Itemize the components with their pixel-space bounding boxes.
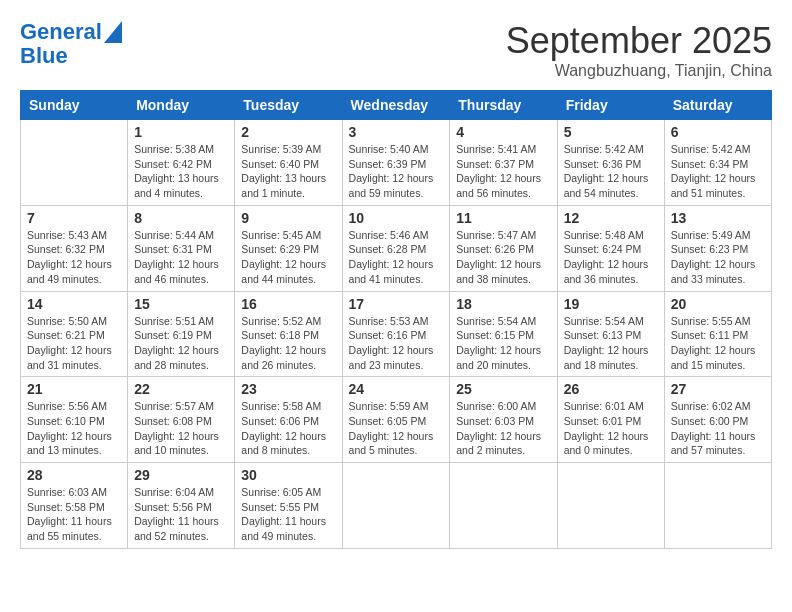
calendar-cell: 19Sunrise: 5:54 AM Sunset: 6:13 PM Dayli… (557, 291, 664, 377)
logo: General Blue (20, 20, 122, 68)
day-info: Sunrise: 6:01 AM Sunset: 6:01 PM Dayligh… (564, 399, 658, 458)
day-info: Sunrise: 5:54 AM Sunset: 6:13 PM Dayligh… (564, 314, 658, 373)
day-info: Sunrise: 5:48 AM Sunset: 6:24 PM Dayligh… (564, 228, 658, 287)
day-number: 22 (134, 381, 228, 397)
day-info: Sunrise: 5:40 AM Sunset: 6:39 PM Dayligh… (349, 142, 444, 201)
day-number: 26 (564, 381, 658, 397)
calendar-cell: 27Sunrise: 6:02 AM Sunset: 6:00 PM Dayli… (664, 377, 771, 463)
day-info: Sunrise: 5:52 AM Sunset: 6:18 PM Dayligh… (241, 314, 335, 373)
calendar-cell: 2Sunrise: 5:39 AM Sunset: 6:40 PM Daylig… (235, 120, 342, 206)
calendar-cell (557, 463, 664, 549)
day-header-friday: Friday (557, 91, 664, 120)
day-number: 13 (671, 210, 765, 226)
calendar-cell: 6Sunrise: 5:42 AM Sunset: 6:34 PM Daylig… (664, 120, 771, 206)
day-number: 3 (349, 124, 444, 140)
calendar-cell (664, 463, 771, 549)
calendar-cell: 13Sunrise: 5:49 AM Sunset: 6:23 PM Dayli… (664, 205, 771, 291)
day-info: Sunrise: 6:02 AM Sunset: 6:00 PM Dayligh… (671, 399, 765, 458)
day-number: 18 (456, 296, 550, 312)
day-info: Sunrise: 5:55 AM Sunset: 6:11 PM Dayligh… (671, 314, 765, 373)
day-number: 2 (241, 124, 335, 140)
calendar-cell: 16Sunrise: 5:52 AM Sunset: 6:18 PM Dayli… (235, 291, 342, 377)
calendar-cell: 3Sunrise: 5:40 AM Sunset: 6:39 PM Daylig… (342, 120, 450, 206)
day-number: 24 (349, 381, 444, 397)
calendar-week-row: 1Sunrise: 5:38 AM Sunset: 6:42 PM Daylig… (21, 120, 772, 206)
calendar-cell: 17Sunrise: 5:53 AM Sunset: 6:16 PM Dayli… (342, 291, 450, 377)
day-info: Sunrise: 5:56 AM Sunset: 6:10 PM Dayligh… (27, 399, 121, 458)
day-number: 28 (27, 467, 121, 483)
calendar-week-row: 14Sunrise: 5:50 AM Sunset: 6:21 PM Dayli… (21, 291, 772, 377)
calendar-table: SundayMondayTuesdayWednesdayThursdayFrid… (20, 90, 772, 549)
month-title: September 2025 (506, 20, 772, 62)
day-info: Sunrise: 5:45 AM Sunset: 6:29 PM Dayligh… (241, 228, 335, 287)
calendar-cell: 15Sunrise: 5:51 AM Sunset: 6:19 PM Dayli… (128, 291, 235, 377)
calendar-cell: 25Sunrise: 6:00 AM Sunset: 6:03 PM Dayli… (450, 377, 557, 463)
day-info: Sunrise: 5:43 AM Sunset: 6:32 PM Dayligh… (27, 228, 121, 287)
day-number: 4 (456, 124, 550, 140)
day-info: Sunrise: 5:42 AM Sunset: 6:34 PM Dayligh… (671, 142, 765, 201)
day-number: 16 (241, 296, 335, 312)
calendar-cell: 8Sunrise: 5:44 AM Sunset: 6:31 PM Daylig… (128, 205, 235, 291)
calendar-cell: 18Sunrise: 5:54 AM Sunset: 6:15 PM Dayli… (450, 291, 557, 377)
day-info: Sunrise: 5:47 AM Sunset: 6:26 PM Dayligh… (456, 228, 550, 287)
day-info: Sunrise: 5:46 AM Sunset: 6:28 PM Dayligh… (349, 228, 444, 287)
day-number: 20 (671, 296, 765, 312)
calendar-cell: 23Sunrise: 5:58 AM Sunset: 6:06 PM Dayli… (235, 377, 342, 463)
title-block: September 2025 Wangbuzhuang, Tianjin, Ch… (506, 20, 772, 80)
day-info: Sunrise: 5:42 AM Sunset: 6:36 PM Dayligh… (564, 142, 658, 201)
calendar-cell: 20Sunrise: 5:55 AM Sunset: 6:11 PM Dayli… (664, 291, 771, 377)
calendar-cell: 1Sunrise: 5:38 AM Sunset: 6:42 PM Daylig… (128, 120, 235, 206)
day-info: Sunrise: 6:04 AM Sunset: 5:56 PM Dayligh… (134, 485, 228, 544)
calendar-cell: 22Sunrise: 5:57 AM Sunset: 6:08 PM Dayli… (128, 377, 235, 463)
day-info: Sunrise: 6:03 AM Sunset: 5:58 PM Dayligh… (27, 485, 121, 544)
calendar-cell: 21Sunrise: 5:56 AM Sunset: 6:10 PM Dayli… (21, 377, 128, 463)
day-header-monday: Monday (128, 91, 235, 120)
day-header-wednesday: Wednesday (342, 91, 450, 120)
day-info: Sunrise: 5:59 AM Sunset: 6:05 PM Dayligh… (349, 399, 444, 458)
day-header-sunday: Sunday (21, 91, 128, 120)
logo-bird-icon (104, 21, 122, 43)
day-number: 17 (349, 296, 444, 312)
calendar-cell (450, 463, 557, 549)
calendar-cell (342, 463, 450, 549)
day-number: 10 (349, 210, 444, 226)
day-number: 5 (564, 124, 658, 140)
day-info: Sunrise: 5:39 AM Sunset: 6:40 PM Dayligh… (241, 142, 335, 201)
day-info: Sunrise: 5:41 AM Sunset: 6:37 PM Dayligh… (456, 142, 550, 201)
day-number: 21 (27, 381, 121, 397)
day-header-saturday: Saturday (664, 91, 771, 120)
day-number: 25 (456, 381, 550, 397)
logo-text-general: General (20, 20, 102, 44)
day-number: 30 (241, 467, 335, 483)
day-number: 7 (27, 210, 121, 226)
calendar-cell: 5Sunrise: 5:42 AM Sunset: 6:36 PM Daylig… (557, 120, 664, 206)
calendar-cell: 4Sunrise: 5:41 AM Sunset: 6:37 PM Daylig… (450, 120, 557, 206)
day-info: Sunrise: 5:44 AM Sunset: 6:31 PM Dayligh… (134, 228, 228, 287)
day-header-thursday: Thursday (450, 91, 557, 120)
day-number: 6 (671, 124, 765, 140)
calendar-cell: 30Sunrise: 6:05 AM Sunset: 5:55 PM Dayli… (235, 463, 342, 549)
day-info: Sunrise: 5:50 AM Sunset: 6:21 PM Dayligh… (27, 314, 121, 373)
day-header-tuesday: Tuesday (235, 91, 342, 120)
calendar-cell: 10Sunrise: 5:46 AM Sunset: 6:28 PM Dayli… (342, 205, 450, 291)
day-number: 19 (564, 296, 658, 312)
calendar-cell: 29Sunrise: 6:04 AM Sunset: 5:56 PM Dayli… (128, 463, 235, 549)
day-number: 11 (456, 210, 550, 226)
calendar-week-row: 7Sunrise: 5:43 AM Sunset: 6:32 PM Daylig… (21, 205, 772, 291)
calendar-week-row: 21Sunrise: 5:56 AM Sunset: 6:10 PM Dayli… (21, 377, 772, 463)
day-info: Sunrise: 6:05 AM Sunset: 5:55 PM Dayligh… (241, 485, 335, 544)
day-number: 27 (671, 381, 765, 397)
calendar-cell: 24Sunrise: 5:59 AM Sunset: 6:05 PM Dayli… (342, 377, 450, 463)
day-number: 9 (241, 210, 335, 226)
day-info: Sunrise: 6:00 AM Sunset: 6:03 PM Dayligh… (456, 399, 550, 458)
day-info: Sunrise: 5:38 AM Sunset: 6:42 PM Dayligh… (134, 142, 228, 201)
location-title: Wangbuzhuang, Tianjin, China (506, 62, 772, 80)
svg-marker-0 (104, 21, 122, 43)
day-number: 8 (134, 210, 228, 226)
day-number: 1 (134, 124, 228, 140)
logo-text-blue: Blue (20, 44, 68, 68)
day-number: 14 (27, 296, 121, 312)
calendar-cell: 9Sunrise: 5:45 AM Sunset: 6:29 PM Daylig… (235, 205, 342, 291)
day-info: Sunrise: 5:53 AM Sunset: 6:16 PM Dayligh… (349, 314, 444, 373)
day-info: Sunrise: 5:54 AM Sunset: 6:15 PM Dayligh… (456, 314, 550, 373)
